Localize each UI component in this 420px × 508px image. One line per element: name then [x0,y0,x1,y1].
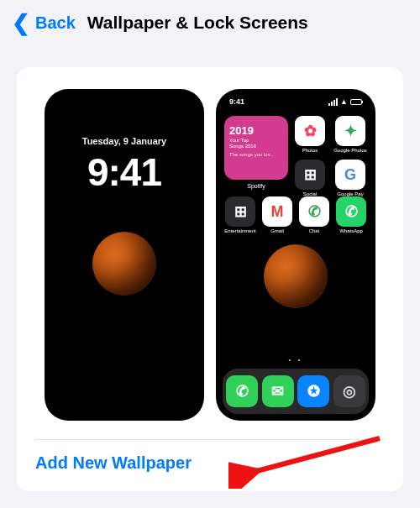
app-icon: ✆WhatsApp [335,196,367,233]
widget-line1: Your Top [229,138,283,144]
back-button[interactable]: Back [35,13,76,33]
widget-year: 2019 [229,124,283,138]
dock-app-icon: ✆ [226,375,258,407]
home-screen-preview[interactable]: 9:41 ▲ 2019 Your Top Songs 2019 The song… [216,89,375,421]
page-indicator: • • [216,356,375,364]
status-time: 9:41 [229,97,244,106]
divider [35,439,385,440]
page-title: Wallpaper & Lock Screens [87,13,308,33]
preview-row: Tuesday, 9 January 9:41 9:41 ▲ 2019 Your… [35,89,385,421]
app-icon: ✦Google Photos [333,116,367,153]
app-icon: ⊞Social [293,160,327,196]
widget-line2: Songs 2019 [229,144,283,149]
widget-label: Spotify [224,183,288,189]
dock-app-icon: ✉ [262,375,294,407]
widget-sub: The songs you lov... [229,152,283,158]
wallpaper-card: Tuesday, 9 January 9:41 9:41 ▲ 2019 Your… [17,67,403,491]
header-bar: ❮ Back Wallpaper & Lock Screens [0,0,420,42]
app-icon: GGoogle Pay [333,160,367,196]
dock-app-icon: ◎ [333,375,365,407]
signal-icon [328,98,338,106]
wifi-icon: ▲ [340,97,348,106]
app-icon: ⊞Entertainment [224,196,256,233]
home-top-apps: ✿Photos✦Google Photos⊞SocialGGoogle Pay [293,116,367,196]
app-icon: ✆Chat [298,196,330,233]
back-chevron-icon[interactable]: ❮ [12,12,30,34]
moon-graphic [92,232,156,296]
dock-app-icon: ✪ [297,375,329,407]
lock-time: 9:41 [45,149,204,195]
dock: ✆✉✪◎ [223,369,369,414]
spotify-widget: 2019 Your Top Songs 2019 The songs you l… [224,116,288,180]
lock-screen-preview[interactable]: Tuesday, 9 January 9:41 [45,89,204,421]
add-new-wallpaper-button[interactable]: Add New Wallpaper [35,453,192,473]
status-bar: 9:41 ▲ [216,97,375,106]
moon-graphic [264,244,328,308]
battery-icon [350,99,362,105]
lock-date: Tuesday, 9 January [45,136,204,146]
app-icon: ✿Photos [293,116,327,153]
home-row-apps: ⊞EntertainmentMGmail✆Chat✆WhatsApp [224,196,367,233]
app-icon: MGmail [261,196,293,233]
